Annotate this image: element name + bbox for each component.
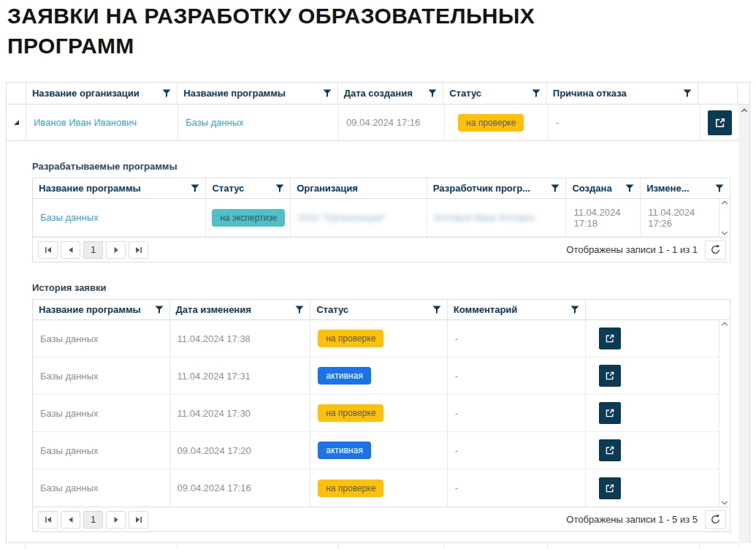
application-row: Иванов Иван Иванович Базы данных 09.04.2… <box>7 105 749 141</box>
scroll-down-icon[interactable] <box>721 501 728 505</box>
page-1-button[interactable]: 1 <box>83 511 103 529</box>
open-history-entry-button[interactable] <box>599 327 621 349</box>
history-pager: 1 Отображены записи 1 - 5 из 5 <box>33 507 730 531</box>
last-page-button[interactable] <box>129 511 148 529</box>
programs-section-title: Разрабатываемые программы <box>32 161 749 172</box>
scroll-up-icon[interactable] <box>741 108 748 113</box>
last-page-icon <box>134 246 143 254</box>
comment-cell: - <box>448 432 587 469</box>
filter-icon[interactable] <box>323 89 332 98</box>
page-1-button[interactable]: 1 <box>83 241 103 259</box>
column-label: Название программы <box>39 304 141 315</box>
history-table: Название программы Дата изменения Статус… <box>32 299 730 532</box>
column-label: Название программы <box>183 88 286 99</box>
prev-page-button[interactable] <box>61 241 80 259</box>
actions-cell <box>586 357 730 394</box>
next-page-icon <box>112 246 121 254</box>
status-cell: на проверке <box>445 105 549 140</box>
organization-cell: Иванов Иван Иванович <box>26 105 178 140</box>
filter-icon[interactable] <box>162 89 171 98</box>
program-row: Базы данных на экспертизе ОАО "Организац… <box>33 199 730 237</box>
filter-icon[interactable] <box>155 306 164 314</box>
column-header-developer: Разработчик прогр... <box>427 178 567 198</box>
application-detail-panel: Разрабатываемые программы Название прогр… <box>7 141 749 542</box>
next-application-row-partial <box>6 544 750 549</box>
program-cell: Базы данных <box>33 320 170 357</box>
filter-icon[interactable] <box>683 89 692 98</box>
first-page-icon <box>44 246 53 254</box>
open-history-entry-button[interactable] <box>599 477 621 499</box>
program-cell: Базы данных <box>178 105 339 140</box>
external-link-icon <box>605 445 615 455</box>
column-label: Статус <box>316 304 348 315</box>
external-link-icon <box>605 333 615 344</box>
column-header-organization: Организация <box>291 178 427 198</box>
next-page-button[interactable] <box>106 511 126 529</box>
filter-icon[interactable] <box>295 306 304 314</box>
main-table-scrollbar[interactable] <box>738 105 749 543</box>
created-cell: 09.04.2024 17:16 <box>339 105 445 140</box>
filter-icon[interactable] <box>715 184 724 193</box>
status-cell: на проверке <box>310 320 448 357</box>
refresh-button[interactable] <box>705 241 726 260</box>
developer-cell: Котовый Иван Котович <box>427 199 567 236</box>
first-page-button[interactable] <box>38 241 58 259</box>
changed-cell: 11.04.2024 17:30 <box>170 395 311 431</box>
history-table-scrollbar[interactable] <box>719 320 730 507</box>
first-page-button[interactable] <box>38 511 58 529</box>
open-application-button[interactable] <box>708 110 732 135</box>
changed-cell: 11.04.2024 17:31 <box>170 357 311 394</box>
column-header-program: Название программы <box>33 178 206 198</box>
refresh-button[interactable] <box>705 510 726 529</box>
collapse-icon <box>13 119 20 126</box>
open-history-entry-button[interactable] <box>599 402 621 424</box>
prev-page-button[interactable] <box>61 511 80 529</box>
filter-icon[interactable] <box>532 89 541 98</box>
developer-redacted-text: Котовый Иван Котович <box>435 212 535 223</box>
actions-cell <box>586 320 730 357</box>
column-header-program: Название программы <box>177 83 337 104</box>
next-page-button[interactable] <box>106 241 126 259</box>
program-cell: Базы данных <box>33 432 170 469</box>
status-badge: активная <box>318 442 370 459</box>
filter-icon[interactable] <box>570 306 579 314</box>
filter-icon[interactable] <box>191 184 199 193</box>
changed-cell: 09.04.2024 17:16 <box>170 469 311 507</box>
history-section-title: История заявки <box>32 282 749 293</box>
column-label: Название организации <box>32 88 140 99</box>
filter-icon[interactable] <box>428 89 437 98</box>
column-label: Измене... <box>646 183 689 194</box>
column-header-program: Название программы <box>33 300 170 319</box>
program-cell: Базы данных <box>33 199 206 236</box>
rejection-reason-cell: - <box>549 105 700 140</box>
program-link[interactable]: Базы данных <box>40 212 99 223</box>
scroll-up-icon[interactable] <box>721 200 728 205</box>
open-history-entry-button[interactable] <box>599 365 621 387</box>
organization-redacted-text: ОАО "Организация" <box>298 212 386 223</box>
filter-icon[interactable] <box>625 184 634 193</box>
comment-cell: - <box>448 320 587 357</box>
filter-icon[interactable] <box>551 184 560 193</box>
filter-icon[interactable] <box>432 306 441 314</box>
expand-column-header <box>7 83 26 104</box>
column-label: Создана <box>572 183 611 194</box>
scroll-up-icon[interactable] <box>721 322 728 326</box>
open-history-entry-button[interactable] <box>599 439 621 461</box>
organization-cell: ОАО "Организация" <box>291 199 427 236</box>
filter-icon[interactable] <box>275 184 284 193</box>
collapse-detail-toggle[interactable] <box>7 105 26 140</box>
applications-page: ЗАЯВКИ НА РАЗРАБОТКУ ОБРАЗОВАТЕЛЬНЫХ ПРО… <box>0 0 756 549</box>
created-cell: 11.04.2024 17:18 <box>566 199 641 236</box>
program-cell: Базы данных <box>33 469 170 507</box>
last-page-button[interactable] <box>129 241 148 259</box>
scroll-down-icon[interactable] <box>721 231 728 235</box>
column-label: Название программы <box>39 183 141 194</box>
comment-cell: - <box>448 395 587 431</box>
program-link[interactable]: Базы данных <box>186 117 244 128</box>
organization-link[interactable]: Иванов Иван Иванович <box>34 117 137 128</box>
column-header-status: Статус <box>310 300 448 319</box>
column-header-rejection-reason: Причина отказа <box>547 83 698 104</box>
programs-table-scrollbar[interactable] <box>719 199 730 237</box>
actions-cell <box>586 395 730 431</box>
external-link-icon <box>605 408 615 418</box>
